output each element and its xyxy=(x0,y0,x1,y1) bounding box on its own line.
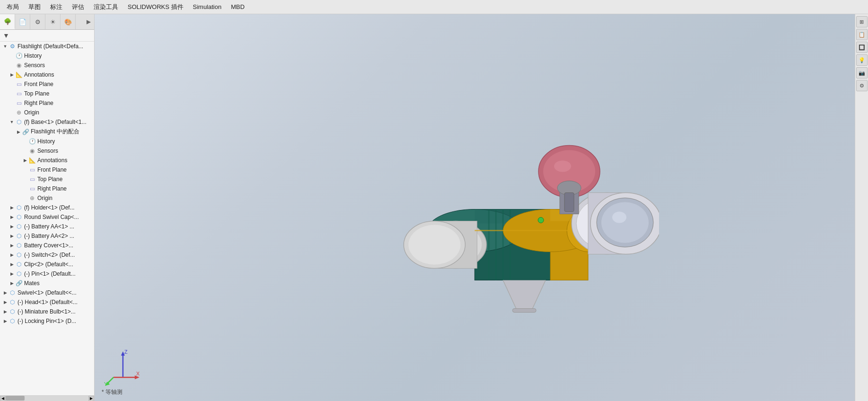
right-tool-5[interactable]: 📷 xyxy=(856,67,868,78)
tree-item-holder[interactable]: ▶ ⬡ (f) Holder<1> (Def... xyxy=(0,203,94,212)
tree-item-head1[interactable]: ▶ ⬡ (-) Head<1> (Default<... xyxy=(0,297,94,307)
menu-simulation[interactable]: Simulation xyxy=(188,1,226,12)
svg-point-8 xyxy=(408,225,460,265)
head1-expand[interactable]: ▶ xyxy=(2,299,9,305)
iso-view-label: * 等轴测 xyxy=(102,388,122,396)
tree-item-annotations2[interactable]: ▶ 📐 Annotations xyxy=(0,156,94,165)
tree-item-front-plane1[interactable]: ▭ Front Plane xyxy=(0,79,94,89)
mates-icon: 🔗 xyxy=(22,128,29,136)
battery-aa1-label: (-) Battery AA<1> ... xyxy=(24,223,74,230)
menu-evaluate[interactable]: 评估 xyxy=(67,1,89,13)
tree-item-battery-aa1[interactable]: ▶ ⬡ (-) Battery AA<1> ... xyxy=(0,222,94,231)
tree-item-base1[interactable]: ▼ ⬡ (f) Base<1> (Default<1... xyxy=(0,117,94,127)
tree-item-origin1[interactable]: ⊕ Origin xyxy=(0,108,94,117)
svg-point-23 xyxy=(612,212,626,223)
tab-feature-tree[interactable]: 🌳 xyxy=(0,14,15,29)
origin1-label: Origin xyxy=(24,109,39,116)
scroll-thumb[interactable] xyxy=(6,396,25,401)
swivel-expand[interactable]: ▶ xyxy=(9,214,15,220)
right-tool-4[interactable]: 💡 xyxy=(856,54,868,66)
tree-item-origin2[interactable]: ⊕ Origin xyxy=(0,193,94,203)
svg-point-31 xyxy=(538,218,544,223)
mates-label: Flashlight 中的配合 xyxy=(31,128,79,136)
expand-spacer xyxy=(9,62,15,69)
expand-spacer xyxy=(9,52,15,59)
tree-item-history2[interactable]: 🕐 History xyxy=(0,137,94,146)
right-tool-6[interactable]: ⚙ xyxy=(856,80,868,91)
feature-tree[interactable]: ▼ ⚙ Flashlight (Default<Defa... 🕐 Histor… xyxy=(0,42,94,395)
tree-item-pin1[interactable]: ▶ ⬡ (-) Pin<1> (Default... xyxy=(0,269,94,279)
tree-item-miniature-bulb[interactable]: ▶ ⬡ (-) Miniature Bulb<1>... xyxy=(0,307,94,316)
tree-item-battery-cover[interactable]: ▶ ⬡ Battery Cover<1>... xyxy=(0,241,94,250)
swivel1-expand[interactable]: ▶ xyxy=(2,289,9,296)
tree-item-flashlight-mates[interactable]: ▶ 🔗 Flashlight 中的配合 xyxy=(0,127,94,137)
tree-item-top-plane1[interactable]: ▭ Top Plane xyxy=(0,89,94,98)
menu-layout[interactable]: 布局 xyxy=(2,1,24,13)
battery-cover-expand[interactable]: ▶ xyxy=(9,242,15,249)
tab-appearances[interactable]: 🎨 xyxy=(61,14,76,29)
plane-icon: ▭ xyxy=(15,90,23,97)
pin1-expand[interactable]: ▶ xyxy=(9,270,15,277)
holder-expand[interactable]: ▶ xyxy=(9,204,15,211)
main-content: 🌳 📄 ⚙ ☀ 🎨 ▶ ▼ ▼ ⚙ Flashlight (Default<De… xyxy=(0,14,868,401)
tree-item-switch2[interactable]: ▶ ⬡ (-) Switch<2> (Def... xyxy=(0,250,94,260)
tab-display[interactable]: ☀ xyxy=(45,14,61,29)
tree-item-sensors2[interactable]: ◉ Sensors xyxy=(0,146,94,156)
right-tool-2[interactable]: 📋 xyxy=(856,29,868,40)
annotations2-expand[interactable]: ▶ xyxy=(22,157,28,164)
tree-item-mates[interactable]: ▶ 🔗 Mates xyxy=(0,279,94,288)
annotations1-expand[interactable]: ▶ xyxy=(9,71,15,78)
plane-icon: ▭ xyxy=(15,80,23,88)
part-icon: ⬡ xyxy=(15,118,23,126)
battery2-expand[interactable]: ▶ xyxy=(9,233,15,239)
right-tool-1[interactable]: ⊞ xyxy=(856,16,868,27)
menu-sketch[interactable]: 草图 xyxy=(24,1,45,13)
tree-item-history1[interactable]: 🕐 History xyxy=(0,51,94,61)
scroll-left-btn[interactable]: ◀ xyxy=(0,396,6,401)
menu-render[interactable]: 渲染工具 xyxy=(89,1,123,13)
battery1-expand[interactable]: ▶ xyxy=(9,223,15,230)
annotation-icon: 📐 xyxy=(15,71,23,78)
menu-mbd[interactable]: MBD xyxy=(226,1,249,12)
panel-scrollbar[interactable]: ◀ ▶ xyxy=(0,395,94,401)
locking-pin-expand[interactable]: ▶ xyxy=(2,318,9,324)
pin1-label: (-) Pin<1> (Default... xyxy=(24,270,76,277)
coordinate-triad: Z X Y xyxy=(104,349,137,382)
svg-point-26 xyxy=(554,161,571,172)
svg-text:X: X xyxy=(136,371,140,376)
menu-solidworks[interactable]: SOLIDWORKS 插件 xyxy=(123,1,188,13)
tree-item-round-swivel[interactable]: ▶ ⬡ Round Swivel Cap<... xyxy=(0,212,94,222)
base1-expand[interactable]: ▼ xyxy=(9,119,15,125)
plane-icon: ▭ xyxy=(28,175,36,183)
tree-item-clip2[interactable]: ▶ ⬡ Clip<2> (Default<... xyxy=(0,260,94,269)
tree-item-right-plane2[interactable]: ▭ Right Plane xyxy=(0,184,94,193)
tab-properties[interactable]: 📄 xyxy=(15,14,30,29)
history-icon: 🕐 xyxy=(15,52,23,60)
clip2-expand[interactable]: ▶ xyxy=(9,261,15,268)
tree-item-battery-aa2[interactable]: ▶ ⬡ (-) Battery AA<2> ... xyxy=(0,231,94,241)
switch2-expand[interactable]: ▶ xyxy=(9,252,15,258)
tab-more[interactable]: ▶ xyxy=(83,14,94,29)
right-tool-3[interactable]: 🔲 xyxy=(856,42,868,53)
tree-item-swivel1[interactable]: ▶ ⬡ Swivel<1> (Default<<... xyxy=(0,288,94,297)
menu-annotation[interactable]: 标注 xyxy=(45,1,67,13)
tree-item-locking-pin[interactable]: ▶ ⬡ (-) Locking Pin<1> (D... xyxy=(0,316,94,326)
right-plane1-label: Right Plane xyxy=(24,100,53,106)
scroll-track[interactable] xyxy=(6,396,88,401)
annotations1-label: Annotations xyxy=(24,71,54,78)
tree-item-front-plane2[interactable]: ▭ Front Plane xyxy=(0,165,94,174)
expand-icon[interactable]: ▼ xyxy=(2,43,9,50)
bulb-expand[interactable]: ▶ xyxy=(2,308,9,315)
mates-expand[interactable]: ▶ xyxy=(15,129,22,135)
tree-root[interactable]: ▼ ⚙ Flashlight (Default<Defa... xyxy=(0,42,94,51)
mates-main-expand[interactable]: ▶ xyxy=(9,280,15,287)
tree-item-annotations1[interactable]: ▶ 📐 Annotations xyxy=(0,70,94,79)
part-icon: ⬡ xyxy=(9,317,16,325)
tree-item-top-plane2[interactable]: ▭ Top Plane xyxy=(0,174,94,184)
tree-item-right-plane1[interactable]: ▭ Right Plane xyxy=(0,98,94,108)
viewport[interactable]: Z X Y * 等轴测 xyxy=(95,14,855,401)
scroll-right-btn[interactable]: ▶ xyxy=(88,396,94,401)
tree-item-sensors1[interactable]: ◉ Sensors xyxy=(0,61,94,70)
flashlight-model xyxy=(366,84,659,330)
tab-config[interactable]: ⚙ xyxy=(30,14,45,29)
